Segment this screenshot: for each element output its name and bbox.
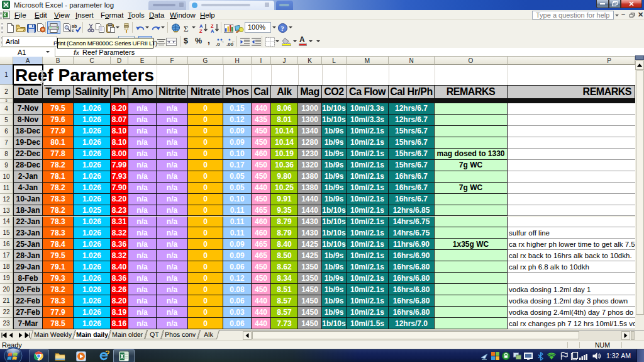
svg-text:ab: ab [72,24,77,28]
svg-text:A: A [211,28,214,33]
svg-text:Σ: Σ [184,24,189,32]
svg-text:c: c [72,28,74,33]
svg-text:←: ← [231,39,236,43]
svg-text:?: ? [280,25,284,32]
svg-text:Z: Z [199,28,203,33]
